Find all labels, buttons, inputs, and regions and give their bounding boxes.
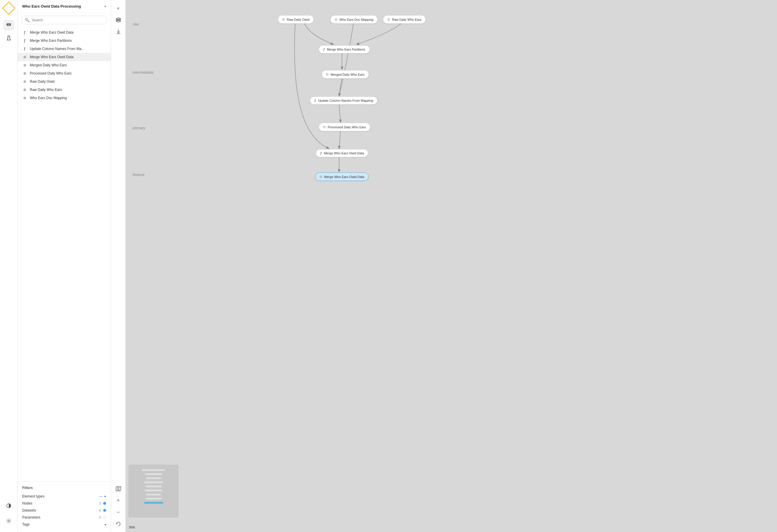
sidebar-item-icon: ƒ [22,38,27,43]
theme-toggle-icon[interactable] [3,501,14,511]
node-label: Merged Daily Who Ears [331,73,364,76]
sidebar-item-merge-who-ears-owid-data-fn[interactable]: ƒ Merge Who Ears Owid Data [17,28,111,36]
sidebar-chevron-icon[interactable]: ▾ [104,4,106,8]
sidebar-item-icon: ⊙ [22,88,27,92]
node-label: Raw Daily Who Ears [392,18,422,21]
node-label: Processed Daily Who Ears [328,125,366,129]
node-merged-daily-who-ears[interactable]: ⊙ Merged Daily Who Ears [322,70,369,79]
nav-pipeline-icon[interactable] [3,20,14,30]
node-db-icon: ⊙ [326,73,329,76]
search-input[interactable] [32,18,104,22]
toolbar: « + − [111,0,126,532]
sidebar-header: Who Ears Owid Data Processing ▾ [17,0,111,13]
node-label: Update Column Names From Mapping [318,99,373,102]
nodes-count: 3 [95,502,101,505]
minimap-line-accent [144,502,163,504]
sidebar-item-raw-daily-owid-db[interactable]: ⊙ Raw Daily Owid [17,78,111,86]
node-db-icon: ⊙ [320,175,322,179]
map-button[interactable] [113,484,124,494]
sidebar-item-label: Merge Who Ears Partitions [30,38,72,43]
zoom-out-button[interactable]: − [113,507,124,517]
node-db-icon: ⊙ [387,17,390,21]
canvas[interactable]: raw intermediate primary feature ⊙ Raw D… [126,0,777,532]
filters-title: Filters [22,486,106,490]
filter-tags: Tags ◂ [22,521,106,528]
sidebar-item-icon: ƒ [22,47,27,51]
element-types-minus[interactable]: — [99,494,103,498]
layer-raw-label: raw [133,22,139,26]
nodes-dot [103,502,106,505]
tags-label: Tags [22,522,104,526]
collapse-icon: « [117,6,120,11]
node-raw-daily-owid[interactable]: ⊙ Raw Daily Owid [278,15,314,24]
sidebar-list: ƒ Merge Who Ears Owid Data ƒ Merge Who E… [17,27,111,482]
download-icon [115,29,121,34]
sidebar-item-label: Who Ears Doc Mapping [30,96,67,100]
tags-chevron[interactable]: ◂ [104,523,106,526]
sidebar: Who Ears Owid Data Processing ▾ 🔍 ƒ Merg… [17,0,111,532]
icon-rail [0,0,17,532]
sidebar-item-label: Update Column Names From Ma... [30,47,84,51]
node-who-ears-doc-mapping[interactable]: ⊙ Who Ears Doc Mapping [330,15,378,24]
reset-zoom-button[interactable] [113,519,124,529]
zoom-in-button[interactable]: + [113,495,124,506]
node-fn-icon: ƒ [323,47,325,51]
minimap-content [129,465,178,508]
sidebar-item-icon: ⊙ [22,72,27,76]
node-fn-icon: ƒ [314,99,316,102]
sidebar-item-label: Merged Daily Who Ears [30,63,67,67]
layer-feature-label: feature [133,173,144,177]
layer-primary-label: primary [133,126,145,130]
layer-intermediate-label: intermediate [133,70,154,75]
sidebar-item-merged-daily-who-ears-db[interactable]: ⊙ Merged Daily Who Ears [17,61,111,69]
filter-element-types: Element types — ▾ [22,493,106,500]
settings-icon[interactable] [3,516,14,526]
minimap-line [145,486,162,487]
datasets-label: Datasets [22,508,95,512]
layers-icon [115,17,121,23]
node-raw-daily-who-ears[interactable]: ⊙ Raw Daily Who Ears [383,15,426,24]
sidebar-item-update-column-names-fn[interactable]: ƒ Update Column Names From Ma... [17,45,111,53]
node-label: Raw Daily Owid [287,18,310,21]
node-db-icon: ⊙ [323,125,326,129]
sidebar-item-merge-who-ears-owid-data-db[interactable]: ⊙ Merge Who Ears Owid Data [17,53,111,61]
sidebar-item-icon: ⊙ [22,64,27,67]
node-merge-who-ears-owid-data-out[interactable]: ⊙ Merge Who Ears Owid Data [315,173,369,181]
minimap-line [146,494,161,496]
filter-nodes: Nodes 3 [22,500,106,507]
node-db-icon: ⊙ [282,17,285,21]
layers-button[interactable] [113,15,124,25]
minimap-line [144,482,163,483]
node-merge-who-ears-partitions[interactable]: ƒ Merge Who Ears Partitions [319,45,370,54]
element-types-chevron[interactable]: ▾ [104,495,106,498]
node-merge-who-ears-owid-data-fn[interactable]: ƒ Merge Who Ears Owid Data [316,149,368,157]
sidebar-item-raw-daily-who-ears-db[interactable]: ⊙ Raw Daily Who Ears [17,86,111,94]
filter-datasets: Datasets 6 [22,507,106,514]
sidebar-item-label: Merge Who Ears Owid Data [30,30,73,34]
node-label: Merge Who Ears Owid Data [324,151,364,155]
zoom-level: 70% [129,526,135,529]
sidebar-item-label: Raw Daily Who Ears [30,88,62,92]
download-button[interactable] [113,26,124,37]
sidebar-item-merge-who-ears-partitions-fn[interactable]: ƒ Merge Who Ears Partitions [17,36,111,45]
minimap-line [146,477,161,479]
node-label: Merge Who Ears Owid Data [324,175,364,179]
node-update-column-names[interactable]: ƒ Update Column Names From Mapping [310,96,377,105]
arrows-svg [126,0,777,532]
nav-flask-icon[interactable] [3,33,14,43]
node-processed-daily-who-ears[interactable]: ⊙ Processed Daily Who Ears [319,123,370,131]
sidebar-item-processed-daily-who-ears-db[interactable]: ⊙ Processed Daily Who Ears [17,69,111,78]
sidebar-item-label: Processed Daily Who Ears [30,71,72,76]
filters-section: Filters Element types — ▾ Nodes 3 Datase… [17,482,111,532]
app-logo [2,1,15,15]
datasets-dot [103,509,106,512]
svg-marker-3 [116,487,121,491]
sidebar-item-icon: ⊙ [22,80,27,84]
sidebar-item-icon: ⊙ [22,55,27,59]
collapse-button[interactable]: « [113,3,124,13]
sidebar-item-who-ears-doc-mapping-db[interactable]: ⊙ Who Ears Doc Mapping [17,94,111,102]
minimap-line [145,473,162,475]
search-icon: 🔍 [25,18,29,22]
minimap-line [145,490,162,491]
search-box[interactable]: 🔍 [22,16,107,24]
